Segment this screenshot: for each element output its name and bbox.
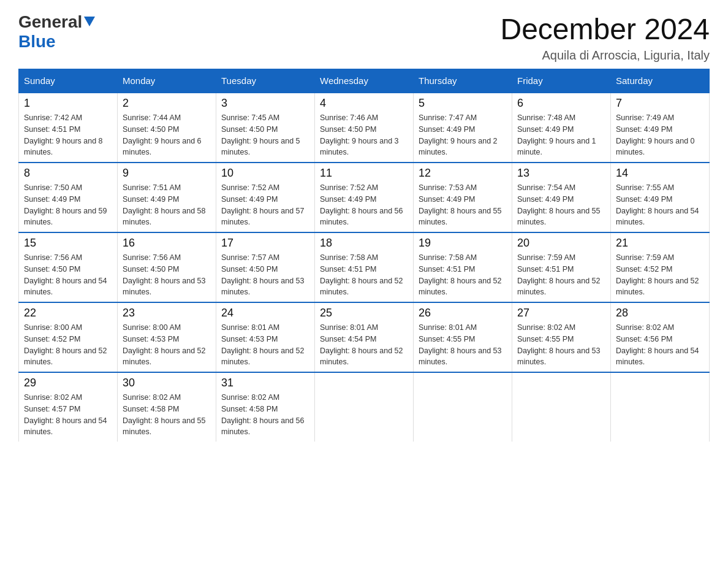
calendar-cell: 31Sunrise: 8:02 AMSunset: 4:58 PMDayligh…: [216, 372, 315, 442]
day-info: Sunrise: 8:00 AMSunset: 4:53 PMDaylight:…: [123, 322, 211, 368]
calendar-cell: 10Sunrise: 7:52 AMSunset: 4:49 PMDayligh…: [216, 163, 315, 232]
day-info: Sunrise: 7:56 AMSunset: 4:50 PMDaylight:…: [123, 252, 211, 298]
calendar-cell: 8Sunrise: 7:50 AMSunset: 4:49 PMDaylight…: [19, 163, 118, 232]
calendar-cell: 4Sunrise: 7:46 AMSunset: 4:50 PMDaylight…: [315, 93, 414, 163]
page-header: General Blue December 2024 Aquila di Arr…: [18, 12, 710, 63]
day-number: 28: [616, 307, 704, 320]
calendar-cell: 20Sunrise: 7:59 AMSunset: 4:51 PMDayligh…: [512, 232, 611, 302]
calendar-cell: 12Sunrise: 7:53 AMSunset: 4:49 PMDayligh…: [414, 163, 512, 232]
day-number: 20: [517, 237, 605, 250]
day-info: Sunrise: 7:48 AMSunset: 4:49 PMDaylight:…: [517, 112, 605, 158]
day-info: Sunrise: 7:47 AMSunset: 4:49 PMDaylight:…: [419, 112, 507, 158]
day-info: Sunrise: 7:45 AMSunset: 4:50 PMDaylight:…: [221, 112, 309, 158]
calendar-cell: 9Sunrise: 7:51 AMSunset: 4:49 PMDaylight…: [118, 163, 216, 232]
calendar-cell: [414, 372, 512, 442]
day-info: Sunrise: 7:59 AMSunset: 4:51 PMDaylight:…: [517, 252, 605, 298]
calendar-cell: 24Sunrise: 8:01 AMSunset: 4:53 PMDayligh…: [216, 302, 315, 372]
calendar-cell: 27Sunrise: 8:02 AMSunset: 4:55 PMDayligh…: [512, 302, 611, 372]
day-info: Sunrise: 7:56 AMSunset: 4:50 PMDaylight:…: [24, 252, 112, 298]
calendar-cell: [315, 372, 414, 442]
logo-general-text: General: [18, 12, 82, 32]
calendar-cell: 6Sunrise: 7:48 AMSunset: 4:49 PMDaylight…: [512, 93, 611, 163]
day-number: 11: [320, 167, 408, 180]
calendar-header-tuesday: Tuesday: [216, 69, 315, 93]
calendar-cell: 21Sunrise: 7:59 AMSunset: 4:52 PMDayligh…: [611, 232, 710, 302]
calendar-header-friday: Friday: [512, 69, 611, 93]
day-number: 7: [616, 97, 704, 110]
day-number: 1: [24, 97, 112, 110]
day-number: 16: [123, 237, 211, 250]
calendar-cell: 11Sunrise: 7:52 AMSunset: 4:49 PMDayligh…: [315, 163, 414, 232]
calendar-cell: 30Sunrise: 8:02 AMSunset: 4:58 PMDayligh…: [118, 372, 216, 442]
day-info: Sunrise: 7:57 AMSunset: 4:50 PMDaylight:…: [221, 252, 309, 298]
calendar-table: SundayMondayTuesdayWednesdayThursdayFrid…: [18, 69, 710, 442]
calendar-week-row: 29Sunrise: 8:02 AMSunset: 4:57 PMDayligh…: [19, 372, 710, 442]
day-info: Sunrise: 7:53 AMSunset: 4:49 PMDaylight:…: [419, 182, 507, 228]
calendar-cell: 16Sunrise: 7:56 AMSunset: 4:50 PMDayligh…: [118, 232, 216, 302]
day-number: 9: [123, 167, 211, 180]
calendar-header-thursday: Thursday: [414, 69, 512, 93]
day-info: Sunrise: 7:44 AMSunset: 4:50 PMDaylight:…: [123, 112, 211, 158]
calendar-week-row: 8Sunrise: 7:50 AMSunset: 4:49 PMDaylight…: [19, 163, 710, 232]
calendar-cell: [611, 372, 710, 442]
day-info: Sunrise: 7:50 AMSunset: 4:49 PMDaylight:…: [24, 182, 112, 228]
calendar-cell: 26Sunrise: 8:01 AMSunset: 4:55 PMDayligh…: [414, 302, 512, 372]
day-info: Sunrise: 7:54 AMSunset: 4:49 PMDaylight:…: [517, 182, 605, 228]
day-number: 23: [123, 307, 211, 320]
day-info: Sunrise: 7:58 AMSunset: 4:51 PMDaylight:…: [419, 252, 507, 298]
day-info: Sunrise: 8:02 AMSunset: 4:55 PMDaylight:…: [517, 322, 605, 368]
day-number: 26: [419, 307, 507, 320]
calendar-cell: 5Sunrise: 7:47 AMSunset: 4:49 PMDaylight…: [414, 93, 512, 163]
day-info: Sunrise: 8:01 AMSunset: 4:54 PMDaylight:…: [320, 322, 408, 368]
calendar-cell: [512, 372, 611, 442]
calendar-cell: 3Sunrise: 7:45 AMSunset: 4:50 PMDaylight…: [216, 93, 315, 163]
calendar-cell: 17Sunrise: 7:57 AMSunset: 4:50 PMDayligh…: [216, 232, 315, 302]
day-number: 22: [24, 307, 112, 320]
calendar-header-sunday: Sunday: [19, 69, 118, 93]
calendar-cell: 15Sunrise: 7:56 AMSunset: 4:50 PMDayligh…: [19, 232, 118, 302]
day-info: Sunrise: 7:52 AMSunset: 4:49 PMDaylight:…: [320, 182, 408, 228]
calendar-header-row: SundayMondayTuesdayWednesdayThursdayFrid…: [19, 69, 710, 93]
calendar-cell: 13Sunrise: 7:54 AMSunset: 4:49 PMDayligh…: [512, 163, 611, 232]
day-info: Sunrise: 8:00 AMSunset: 4:52 PMDaylight:…: [24, 322, 112, 368]
day-number: 24: [221, 307, 309, 320]
day-number: 15: [24, 237, 112, 250]
day-info: Sunrise: 8:01 AMSunset: 4:55 PMDaylight:…: [419, 322, 507, 368]
calendar-header-monday: Monday: [118, 69, 216, 93]
calendar-cell: 25Sunrise: 8:01 AMSunset: 4:54 PMDayligh…: [315, 302, 414, 372]
day-info: Sunrise: 7:52 AMSunset: 4:49 PMDaylight:…: [221, 182, 309, 228]
logo: General Blue: [18, 12, 95, 52]
calendar-week-row: 15Sunrise: 7:56 AMSunset: 4:50 PMDayligh…: [19, 232, 710, 302]
day-info: Sunrise: 8:01 AMSunset: 4:53 PMDaylight:…: [221, 322, 309, 368]
day-number: 13: [517, 167, 605, 180]
day-number: 25: [320, 307, 408, 320]
calendar-cell: 19Sunrise: 7:58 AMSunset: 4:51 PMDayligh…: [414, 232, 512, 302]
calendar-cell: 28Sunrise: 8:02 AMSunset: 4:56 PMDayligh…: [611, 302, 710, 372]
day-info: Sunrise: 7:59 AMSunset: 4:52 PMDaylight:…: [616, 252, 704, 298]
day-number: 31: [221, 377, 309, 389]
day-info: Sunrise: 7:49 AMSunset: 4:49 PMDaylight:…: [616, 112, 704, 158]
day-number: 4: [320, 97, 408, 110]
day-info: Sunrise: 7:42 AMSunset: 4:51 PMDaylight:…: [24, 112, 112, 158]
day-info: Sunrise: 7:58 AMSunset: 4:51 PMDaylight:…: [320, 252, 408, 298]
day-number: 10: [221, 167, 309, 180]
day-number: 18: [320, 237, 408, 250]
calendar-cell: 18Sunrise: 7:58 AMSunset: 4:51 PMDayligh…: [315, 232, 414, 302]
title-section: December 2024 Aquila di Arroscia, Liguri…: [500, 12, 710, 63]
calendar-cell: 1Sunrise: 7:42 AMSunset: 4:51 PMDaylight…: [19, 93, 118, 163]
day-number: 29: [24, 377, 112, 389]
logo-blue-text: Blue: [18, 32, 56, 51]
calendar-week-row: 1Sunrise: 7:42 AMSunset: 4:51 PMDaylight…: [19, 93, 710, 163]
day-number: 14: [616, 167, 704, 180]
calendar-cell: 2Sunrise: 7:44 AMSunset: 4:50 PMDaylight…: [118, 93, 216, 163]
day-info: Sunrise: 7:51 AMSunset: 4:49 PMDaylight:…: [123, 182, 211, 228]
calendar-cell: 22Sunrise: 8:00 AMSunset: 4:52 PMDayligh…: [19, 302, 118, 372]
day-info: Sunrise: 8:02 AMSunset: 4:57 PMDaylight:…: [24, 392, 112, 438]
day-number: 21: [616, 237, 704, 250]
day-info: Sunrise: 7:55 AMSunset: 4:49 PMDaylight:…: [616, 182, 704, 228]
day-info: Sunrise: 7:46 AMSunset: 4:50 PMDaylight:…: [320, 112, 408, 158]
day-number: 3: [221, 97, 309, 110]
day-info: Sunrise: 8:02 AMSunset: 4:58 PMDaylight:…: [221, 392, 309, 438]
calendar-cell: 14Sunrise: 7:55 AMSunset: 4:49 PMDayligh…: [611, 163, 710, 232]
location: Aquila di Arroscia, Liguria, Italy: [500, 48, 710, 63]
